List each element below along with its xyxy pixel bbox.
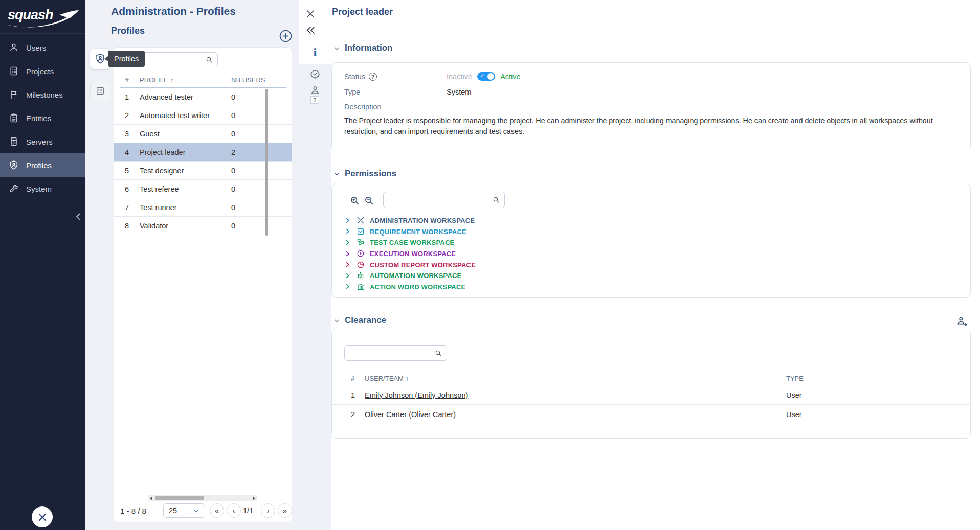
tree-item-execution[interactable]: EXECUTION WORKSPACE: [332, 248, 970, 260]
squash-logo: squash: [0, 0, 85, 34]
tree-item-automation[interactable]: AUTOMATION WORKSPACE: [332, 270, 970, 282]
checkbox-check-icon: [357, 227, 365, 236]
clipboard-icon: [9, 113, 19, 123]
person-icon: [309, 85, 321, 96]
sidebar-item-entities[interactable]: Entities: [0, 106, 85, 130]
permissions-card: ADMINISTRATION WORKSPACE REQUIREMENT WOR…: [331, 183, 971, 298]
scrollbar-thumb[interactable]: [155, 496, 204, 500]
column-nb-users[interactable]: NB USERS: [231, 76, 282, 84]
permissions-search: [383, 192, 505, 208]
close-detail-button[interactable]: [306, 9, 316, 19]
table-row[interactable]: 5Test designer0: [114, 162, 292, 180]
user-link[interactable]: Oliver Carter (Oliver Carter): [365, 410, 456, 419]
sidebar-item-system[interactable]: System: [0, 177, 85, 200]
clearance-row: 1 Emily Johnson (Emily Johnson) User: [332, 385, 970, 405]
chevron-right-icon[interactable]: [345, 240, 351, 246]
table-row[interactable]: 2Automated test writer0: [114, 106, 292, 125]
page-indicator: 1/1: [243, 506, 253, 515]
table-horizontal-scrollbar[interactable]: [148, 495, 257, 501]
tree-item-test-case[interactable]: TEST CASE WORKSPACE: [332, 237, 970, 248]
column-profile[interactable]: PROFILE↑: [140, 76, 231, 84]
page-size-select[interactable]: 25: [163, 503, 205, 518]
clearance-search-input[interactable]: [345, 346, 447, 360]
clearance-card: # USER/TEAM↑ TYPE 1 Emily Johnson (Emily…: [331, 329, 971, 439]
tree-item-administration[interactable]: ADMINISTRATION WORKSPACE: [332, 215, 970, 226]
zoom-out-icon: [364, 195, 374, 206]
table-row[interactable]: 6Test referee0: [114, 180, 292, 198]
clearance-section-header[interactable]: Clearance: [333, 315, 386, 326]
badge-check-icon: [309, 68, 321, 80]
chevron-down-icon: [333, 45, 340, 52]
table-row-selected[interactable]: 4Project leader2: [114, 143, 292, 162]
permissions-section-header[interactable]: Permissions: [333, 169, 396, 179]
scroll-right-arrow-icon[interactable]: [253, 496, 255, 500]
sidebar-item-label: Milestones: [26, 90, 63, 99]
description-text[interactable]: The Project leader is responsible for ma…: [344, 116, 948, 137]
pie-chart-icon: [357, 261, 365, 269]
add-user-button[interactable]: [956, 315, 969, 328]
close-workspace-button[interactable]: [32, 506, 53, 527]
wrench-icon: [9, 183, 19, 194]
user-link[interactable]: Emily Johnson (Emily Johnson): [365, 391, 468, 399]
column-user-team[interactable]: USER/TEAM↑: [365, 375, 786, 382]
tab-clearance[interactable]: [309, 85, 321, 96]
table-row[interactable]: 1Advanced tester0: [114, 88, 292, 106]
collapse-panel-button[interactable]: [306, 26, 316, 35]
sidebar-item-projects[interactable]: Projects: [0, 59, 85, 83]
search-icon: [434, 349, 442, 357]
chevron-right-icon[interactable]: [345, 228, 351, 235]
status-label: Status ?: [344, 72, 447, 81]
chevron-right-icon[interactable]: [345, 284, 351, 290]
crossed-tools-icon: [357, 216, 365, 225]
column-num[interactable]: #: [351, 375, 365, 382]
sidebar-item-label: Profiles: [26, 161, 52, 170]
type-value: System: [447, 88, 471, 96]
help-icon[interactable]: ?: [369, 73, 377, 81]
chevron-down-icon: [333, 317, 340, 324]
add-profile-button[interactable]: [278, 29, 293, 43]
chevron-right-icon[interactable]: [345, 273, 351, 279]
column-num[interactable]: #: [114, 76, 140, 84]
tab-information[interactable]: i: [299, 40, 331, 64]
grid-rail-button[interactable]: [90, 81, 110, 101]
status-row: Status ? Inactive ✓ Active: [344, 72, 955, 81]
profile-detail-panel: Project leader i 2 Information: [299, 0, 980, 530]
chevron-right-icon[interactable]: [345, 218, 351, 224]
chevron-down-icon: [333, 171, 340, 177]
sidebar-collapse-chevron-icon[interactable]: [73, 211, 84, 223]
column-type[interactable]: TYPE: [786, 375, 888, 382]
previous-page-button[interactable]: ‹: [227, 503, 241, 518]
tree-item-requirement[interactable]: REQUIREMENT WORKSPACE: [332, 226, 970, 238]
table-row[interactable]: 3Guest0: [114, 125, 292, 143]
table-vertical-scrollbar[interactable]: [265, 89, 268, 236]
chevron-right-icon[interactable]: [345, 262, 351, 268]
expand-all-button[interactable]: [349, 195, 361, 206]
last-page-button[interactable]: »: [278, 503, 292, 518]
toggle-knob: [487, 73, 494, 80]
next-page-button[interactable]: ›: [261, 503, 275, 518]
scroll-left-arrow-icon[interactable]: [150, 496, 152, 500]
status-value: Inactive ✓ Active: [447, 72, 520, 81]
sidebar-item-profiles[interactable]: Profiles: [0, 153, 85, 177]
table-row[interactable]: 7Test runner0: [114, 198, 292, 217]
pagination: 1 - 8 / 8 25 « ‹ 1/1 › »: [114, 502, 292, 520]
sidebar-item-users[interactable]: Users: [0, 36, 85, 59]
logo-text: squash: [8, 7, 53, 23]
information-section-header[interactable]: Information: [333, 43, 393, 53]
clearance-rows: 1 Emily Johnson (Emily Johnson) User 2 O…: [332, 385, 970, 424]
chevron-right-icon[interactable]: [345, 251, 351, 257]
profiles-card: # PROFILE↑ NB USERS 1Advanced tester0 2A…: [114, 47, 292, 522]
sidebar-item-milestones[interactable]: Milestones: [0, 83, 85, 106]
permissions-search-input[interactable]: [384, 192, 504, 208]
type-row: Type System: [344, 88, 955, 96]
server-icon: [9, 136, 19, 147]
add-user-icon: [956, 316, 968, 327]
tree-item-custom-report[interactable]: CUSTOM REPORT WORKSPACE: [332, 259, 970, 270]
first-page-button[interactable]: «: [210, 503, 224, 518]
status-toggle[interactable]: ✓: [477, 72, 495, 81]
tab-permissions[interactable]: [309, 68, 321, 80]
sidebar-item-servers[interactable]: Servers: [0, 130, 85, 153]
tree-item-action-word[interactable]: ACTION WORD WORKSPACE: [332, 282, 970, 293]
table-row[interactable]: 8Validator0: [114, 217, 292, 235]
collapse-all-button[interactable]: [364, 195, 375, 206]
